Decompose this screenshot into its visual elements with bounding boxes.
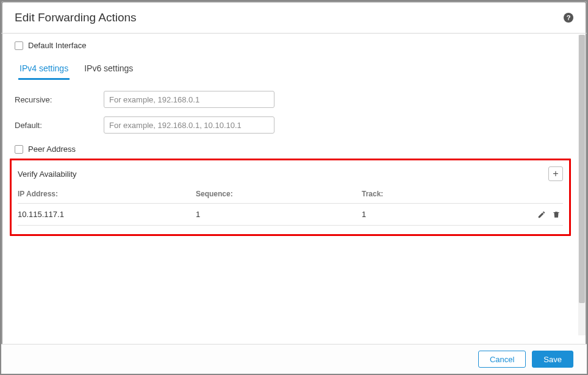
plus-icon: + (553, 169, 558, 179)
dialog-title: Edit Forwarding Actions (15, 11, 137, 24)
verify-table-row: 10.115.117.1 1 1 (18, 203, 563, 226)
verify-table-header: IP Address: Sequence: Track: (18, 187, 563, 203)
col-header-sequence: Sequence: (196, 190, 362, 198)
peer-address-label: Peer Address (28, 145, 76, 154)
default-interface-checkbox[interactable] (15, 41, 23, 50)
tab-ipv4-settings[interactable]: IPv4 settings (18, 60, 70, 80)
verify-availability-section: Verify Availability + IP Address: Sequen… (10, 159, 571, 236)
help-icon[interactable]: ? (564, 13, 573, 23)
cell-ip: 10.115.117.1 (18, 210, 196, 219)
add-verify-button[interactable]: + (548, 166, 563, 181)
tabs: IPv4 settings IPv6 settings (15, 60, 567, 80)
recursive-row: Recursive: (15, 91, 567, 108)
dialog-body-wrap: Default Interface IPv4 settings IPv6 set… (1, 34, 587, 344)
recursive-input[interactable] (104, 91, 274, 108)
cell-sequence: 1 (196, 210, 362, 219)
pencil-icon (537, 210, 546, 219)
edit-row-button[interactable] (537, 210, 546, 219)
verify-availability-label: Verify Availability (18, 170, 77, 179)
peer-address-row: Peer Address (15, 142, 567, 156)
save-button[interactable]: Save (532, 351, 573, 368)
edit-forwarding-actions-dialog: Edit Forwarding Actions ? Default Interf… (1, 1, 587, 374)
verify-heading-row: Verify Availability + (18, 165, 563, 187)
dialog-footer: Cancel Save (1, 344, 587, 374)
default-label: Default: (15, 121, 104, 130)
trash-icon (552, 210, 561, 219)
col-header-track: Track: (362, 190, 529, 198)
default-input[interactable] (104, 116, 274, 134)
recursive-label: Recursive: (15, 95, 104, 104)
default-interface-label: Default Interface (28, 41, 86, 50)
dialog-header: Edit Forwarding Actions ? (1, 1, 587, 34)
default-interface-row: Default Interface (15, 38, 567, 52)
col-header-ip: IP Address: (18, 190, 196, 198)
delete-row-button[interactable] (552, 210, 561, 219)
cell-track: 1 (362, 210, 529, 219)
tab-ipv6-settings[interactable]: IPv6 settings (83, 60, 134, 80)
cancel-button[interactable]: Cancel (478, 351, 526, 368)
dialog-body: Default Interface IPv4 settings IPv6 set… (1, 34, 578, 344)
col-header-actions (529, 190, 563, 198)
peer-address-checkbox[interactable] (15, 145, 23, 154)
row-actions (529, 210, 563, 219)
scrollbar-thumb[interactable] (579, 35, 585, 303)
vertical-scrollbar[interactable] (578, 35, 586, 335)
default-row: Default: (15, 116, 567, 134)
